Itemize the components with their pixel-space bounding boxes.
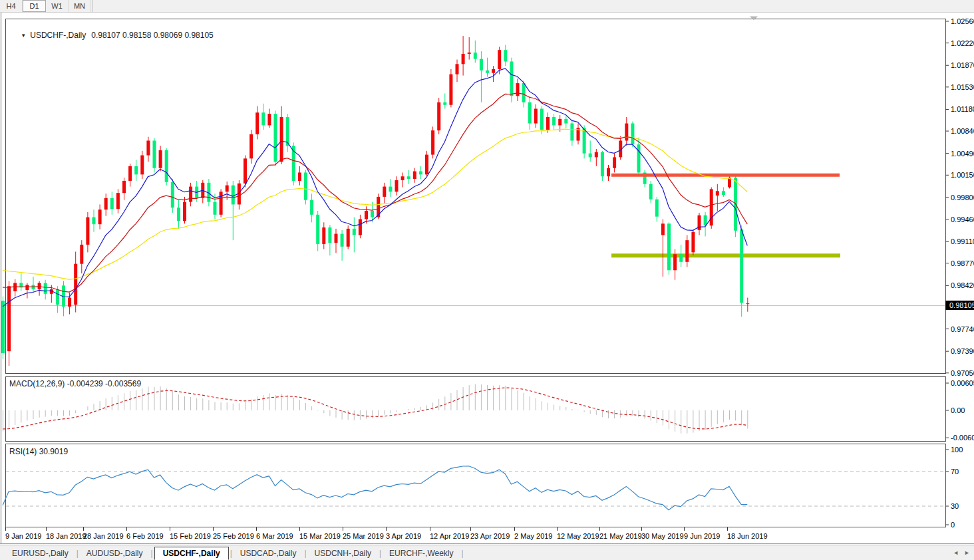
tab-separator: | bbox=[150, 549, 154, 558]
date-tick-label: 3 Apr 2019 bbox=[386, 532, 421, 540]
date-axis: 9 Jan 201918 Jan 201928 Jan 20196 Feb 20… bbox=[5, 527, 768, 540]
price-tick-label: 0.97050 bbox=[951, 369, 974, 377]
price-axis: 1.025601.022201.018701.015301.011801.008… bbox=[945, 17, 974, 377]
tab-eurchf-weekly[interactable]: EURCHF-,Weekly bbox=[383, 547, 460, 559]
macd-signal-line bbox=[3, 388, 747, 429]
date-tick-label: 18 Jan 2019 bbox=[46, 532, 86, 540]
date-tick-label: 15 Mar 2019 bbox=[299, 532, 341, 540]
price-tick-label: 0.97740 bbox=[951, 325, 974, 333]
tab-usdchf-daily[interactable]: USDCHF-,Daily bbox=[154, 547, 229, 560]
timeframe-button-h4[interactable]: H4 bbox=[0, 0, 23, 12]
tab-separator: | bbox=[460, 549, 465, 558]
price-tick-label: 1.00840 bbox=[951, 127, 974, 135]
tab-separator: | bbox=[229, 549, 234, 558]
price-tick-label: 0.98420 bbox=[951, 281, 974, 289]
macd-panel-frame[interactable] bbox=[6, 377, 946, 442]
ma-fast-line bbox=[3, 69, 747, 307]
price-tick-label: 0.99460 bbox=[951, 215, 974, 223]
date-tick-label: 6 Feb 2019 bbox=[126, 532, 164, 540]
tab-usdcnh-daily[interactable]: USDCNH-,Daily bbox=[308, 547, 378, 559]
tab-audusd-daily[interactable]: AUDUSD-,Daily bbox=[80, 547, 150, 559]
price-tick-label: 1.02560 bbox=[951, 17, 974, 25]
timeframe-button-w1[interactable]: W1 bbox=[46, 0, 69, 12]
tab-eurusd-daily[interactable]: EURUSD-,Daily bbox=[5, 547, 75, 559]
tab-scrollbar: ◄ ► bbox=[953, 546, 970, 559]
tab-separator: | bbox=[75, 549, 80, 558]
rsi-tick-label: 0 bbox=[951, 521, 955, 529]
timeframe-button-d1[interactable]: D1 bbox=[23, 0, 46, 12]
price-tick-label: 1.01180 bbox=[951, 105, 974, 113]
date-tick-label: 18 Jun 2019 bbox=[727, 532, 768, 540]
date-tick-label: 9 Jun 2019 bbox=[684, 532, 720, 540]
price-tick-label: 0.99800 bbox=[951, 194, 974, 202]
price-tick-label: 0.98770 bbox=[951, 259, 974, 267]
date-tick-label: 25 Feb 2019 bbox=[213, 532, 254, 540]
date-tick-label: 15 Feb 2019 bbox=[170, 532, 211, 540]
chart-symbol-label: USDCHF-,Daily bbox=[30, 31, 86, 40]
date-tick-label: 21 May 2019 bbox=[599, 532, 642, 540]
tab-scroll-right-icon[interactable]: ► bbox=[964, 546, 970, 559]
candlestick-series bbox=[1, 36, 749, 366]
date-tick-label: 28 Jan 2019 bbox=[83, 532, 124, 540]
main-panel-frame[interactable] bbox=[6, 19, 946, 374]
rsi-tick-label: 30 bbox=[951, 502, 959, 510]
date-tick-label: 25 Mar 2019 bbox=[343, 532, 384, 540]
symbol-dropdown-icon: ▼ bbox=[21, 33, 26, 39]
rsi-indicator-label: RSI(14) 30.9019 bbox=[9, 447, 68, 456]
tab-scroll-left-icon[interactable]: ◄ bbox=[953, 546, 959, 559]
chart-title: ▼USDCHF-,Daily0.98107 0.98158 0.98069 0.… bbox=[12, 21, 214, 49]
rsi-axis: 10070300 bbox=[945, 446, 963, 529]
chart-tab-bar: EURUSD-,Daily|AUDUSD-,Daily|USDCHF-,Dail… bbox=[0, 545, 974, 560]
timeframe-toolbar: H4D1W1MN bbox=[0, 0, 974, 13]
macd-histogram bbox=[3, 384, 748, 434]
date-tick-label: 12 May 2019 bbox=[557, 532, 599, 540]
date-tick-label: 12 Apr 2019 bbox=[430, 532, 469, 540]
price-tick-label: 1.02220 bbox=[951, 39, 974, 47]
macd-tick-label: -0.006096 bbox=[951, 434, 974, 442]
tab-separator: | bbox=[303, 549, 307, 558]
price-tick-label: 1.01530 bbox=[951, 83, 974, 91]
toolbar-separator bbox=[92, 0, 93, 12]
timeframe-button-mn[interactable]: MN bbox=[69, 0, 91, 12]
date-tick-label: 9 Jan 2019 bbox=[5, 532, 41, 540]
rsi-line bbox=[3, 466, 747, 510]
price-tick-label: 0.99110 bbox=[951, 237, 974, 245]
date-tick-label: 23 Apr 2019 bbox=[470, 532, 510, 540]
macd-axis: 0.0060580.00-0.006096 bbox=[945, 379, 974, 442]
chart-ohlc-values: 0.98107 0.98158 0.98069 0.98105 bbox=[91, 31, 214, 40]
price-tick-label: 1.00150 bbox=[951, 171, 974, 179]
tab-separator: | bbox=[378, 549, 383, 558]
date-tick-label: 6 Mar 2019 bbox=[256, 532, 293, 540]
price-tick-label: 0.97390 bbox=[951, 347, 974, 355]
macd-indicator-label: MACD(12,26,9) -0.004239 -0.003569 bbox=[9, 379, 141, 388]
date-tick-label: 30 May 2019 bbox=[641, 532, 684, 540]
price-tick-label: 1.00490 bbox=[951, 150, 974, 158]
mt4-chart-window: H4D1W1MN 1.025601.022201.018701.015301.0… bbox=[0, 0, 974, 560]
macd-tick-label: 0.00 bbox=[951, 406, 965, 414]
date-tick-label: 2 May 2019 bbox=[514, 532, 552, 540]
rsi-panel-frame[interactable] bbox=[6, 444, 946, 527]
price-tick-label: 1.01870 bbox=[951, 61, 974, 69]
chart-canvas[interactable]: 1.025601.022201.018701.015301.011801.008… bbox=[0, 0, 974, 560]
tab-usdcad-daily[interactable]: USDCAD-,Daily bbox=[234, 547, 303, 559]
chart-shift-marker-icon[interactable] bbox=[750, 17, 758, 21]
rsi-tick-label: 100 bbox=[951, 446, 963, 454]
ma-mid-line bbox=[3, 93, 747, 292]
macd-tick-label: 0.006058 bbox=[951, 379, 974, 387]
rsi-tick-label: 70 bbox=[951, 468, 959, 476]
current-price-tag: 0.98105 bbox=[945, 301, 974, 310]
